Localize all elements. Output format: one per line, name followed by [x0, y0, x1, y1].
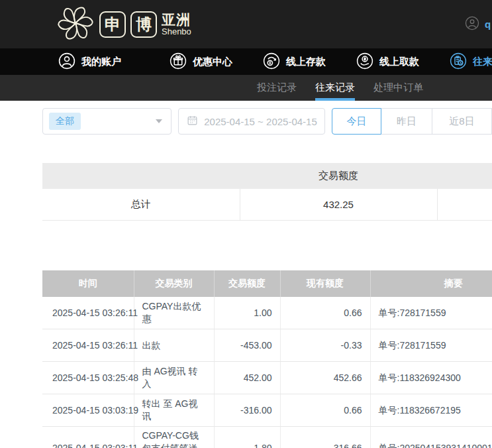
summary-header-amount: 交易额度: [240, 163, 437, 189]
transaction-type-select[interactable]: 全部: [42, 108, 172, 135]
nav-item-label: 优惠中心: [193, 56, 232, 68]
nav-item-label: 往来记录: [473, 56, 492, 68]
nav-item-label: 线上存款: [286, 56, 326, 68]
main-navigation: 我的账户 优惠中心 线上存款: [0, 48, 492, 75]
cell-type: CGPAY-CG钱包支付笔笔送优惠: [134, 427, 214, 448]
table-row: 2025-04-15 03:03:19 转出 至 AG视讯 -316.00 0.…: [42, 394, 492, 427]
brand-subtitle: Shenbo: [162, 27, 191, 36]
cell-type: 由 AG视讯 转入: [134, 362, 214, 394]
yesterday-button[interactable]: 昨日: [381, 108, 432, 135]
cell-amount: 452.00: [214, 362, 280, 394]
user-circle-icon: [58, 52, 75, 72]
cell-balance: 452.66: [280, 362, 370, 394]
withdraw-icon: [356, 52, 373, 72]
summary-table: 交易额度 总计 432.25: [42, 163, 492, 221]
chevron-down-icon: [156, 119, 162, 123]
cell-time: 2025-04-15 03:26:11: [42, 329, 134, 362]
selected-type-chip[interactable]: 全部: [49, 113, 81, 130]
cell-type: 出款: [134, 329, 214, 362]
records-icon: [450, 52, 467, 72]
summary-header-row: 交易额度: [42, 163, 492, 189]
quick-date-button-group: 今日 昨日 近8日: [332, 108, 492, 135]
tab-betting-records[interactable]: 投注记录: [257, 75, 297, 101]
cell-amount: -316.00: [214, 394, 280, 427]
calendar-icon: [187, 115, 198, 128]
col-header-time: 时间: [42, 270, 134, 297]
date-range-input[interactable]: 2025-04-15 ~ 2025-04-15: [178, 108, 325, 135]
filter-bar: 全部 2025-04-15 ~ 2025-04-15 今日 昨日 近8日: [42, 108, 492, 135]
cell-time: 2025-04-15 03:03:19: [42, 394, 134, 427]
table-row: 2025-04-15 03:03:11 CGPAY-CG钱包支付笔笔送优惠 1.…: [42, 427, 492, 448]
nav-item-my-account[interactable]: 我的账户: [58, 52, 121, 72]
col-header-summary: 摘要: [370, 270, 492, 297]
brand-logo[interactable]: 申 博 亚洲 Shenbo: [56, 4, 191, 45]
nav-item-transaction-records[interactable]: 往来记录: [450, 52, 492, 72]
cell-balance: 0.66: [280, 297, 370, 329]
brand-char-1: 申: [99, 11, 126, 38]
cell-amount: 1.80: [214, 427, 280, 448]
top-bar: 申 博 亚洲 Shenbo q: [0, 0, 492, 48]
cell-time: 2025-04-15 03:03:11: [42, 427, 134, 448]
table-header-row: 时间 交易类别 交易额度 现有额度 摘要: [42, 270, 492, 297]
nav-item-online-deposit[interactable]: 线上存款: [263, 52, 326, 72]
transactions-table: 时间 交易类别 交易额度 现有额度 摘要 2025-04-15 03:26:11…: [42, 270, 492, 448]
gift-icon: [170, 52, 187, 72]
cell-amount: 1.00: [214, 297, 280, 329]
cell-balance: -0.33: [280, 329, 370, 362]
col-header-type: 交易类别: [134, 270, 214, 297]
cell-amount: -453.00: [214, 329, 280, 362]
table-row: 2025-04-15 03:26:11 出款 -453.00 -0.33 单号:…: [42, 329, 492, 362]
nav-item-online-withdrawal[interactable]: 线上取款: [356, 52, 419, 72]
date-range-value: 2025-04-15 ~ 2025-04-15: [204, 116, 317, 127]
cell-type: CGPAY出款优惠: [134, 297, 214, 329]
flower-logo-icon: [56, 4, 95, 45]
nav-item-label: 我的账户: [81, 56, 121, 68]
col-header-amount: 交易额度: [214, 270, 280, 297]
records-sub-navigation: 投注记录 往来记录 处理中订单: [0, 75, 492, 101]
cell-balance: 316.66: [280, 427, 370, 448]
nav-item-label: 线上取款: [379, 56, 419, 68]
cell-summary: 单号:118326924300: [370, 362, 492, 394]
today-button[interactable]: 今日: [332, 108, 381, 135]
summary-total-label: 总计: [42, 189, 240, 221]
table-row: 2025-04-15 03:25:48 由 AG视讯 转入 452.00 452…: [42, 362, 492, 394]
brand-char-2: 博: [130, 11, 157, 38]
cell-summary: 单号:728171559: [370, 297, 492, 329]
cell-time: 2025-04-15 03:25:48: [42, 362, 134, 394]
col-header-balance: 现有额度: [280, 270, 370, 297]
cell-summary: 单号:202504153931410001: [370, 427, 492, 448]
tab-transaction-records[interactable]: 往来记录: [315, 75, 355, 101]
last-8-days-button[interactable]: 近8日: [432, 108, 492, 135]
summary-header-empty: [42, 163, 240, 189]
avatar-icon: [465, 16, 479, 33]
cell-summary: 单号:728171559: [370, 329, 492, 362]
table-row: 2025-04-15 03:26:11 CGPAY出款优惠 1.00 0.66 …: [42, 297, 492, 329]
summary-total-row: 总计 432.25: [42, 189, 492, 221]
summary-total-value: 432.25: [240, 189, 437, 221]
brand-wordmark: 亚洲 Shenbo: [162, 13, 191, 36]
summary-empty-cell: [437, 189, 492, 221]
username-label[interactable]: q: [485, 19, 491, 30]
cell-time: 2025-04-15 03:26:11: [42, 297, 134, 329]
brand-region: 亚洲: [162, 13, 191, 27]
nav-item-promotions[interactable]: 优惠中心: [170, 52, 232, 72]
tab-processing-orders[interactable]: 处理中订单: [373, 75, 423, 101]
summary-header-empty: [437, 163, 492, 189]
user-account-area[interactable]: q: [465, 0, 491, 48]
cell-balance: 0.66: [280, 394, 370, 427]
cell-type: 转出 至 AG视讯: [134, 394, 214, 427]
cell-summary: 单号:118326672195: [370, 394, 492, 427]
deposit-icon: [263, 52, 280, 72]
